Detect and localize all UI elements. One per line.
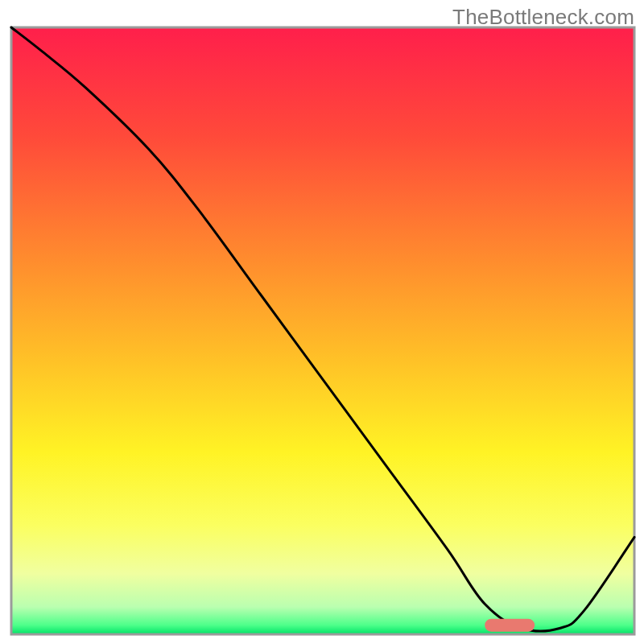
plot-background	[11, 27, 634, 634]
bottleneck-chart	[0, 0, 644, 644]
watermark-label: TheBottleneck.com	[452, 5, 634, 30]
optimal-marker	[485, 619, 535, 632]
